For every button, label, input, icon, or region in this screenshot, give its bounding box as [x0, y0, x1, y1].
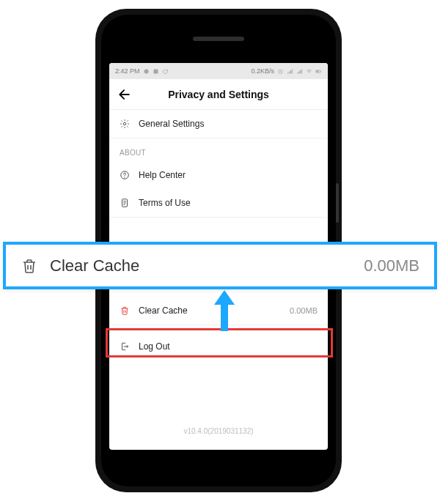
wifi-icon	[306, 68, 312, 75]
row-help-center[interactable]: Help Center	[109, 161, 328, 189]
page-header: Privacy and Settings	[109, 79, 328, 110]
svg-rect-4	[320, 70, 321, 71]
row-label: Terms of Use	[139, 198, 191, 208]
row-label: Clear Cache	[139, 305, 188, 316]
flex-spacer	[109, 360, 328, 415]
signal-icon	[287, 68, 293, 75]
row-log-out[interactable]: Log Out	[109, 333, 328, 360]
trash-icon	[21, 257, 38, 275]
alarm-icon	[277, 68, 284, 75]
phone-speaker	[193, 37, 244, 41]
document-icon	[120, 198, 130, 208]
callout-label: Clear Cache	[50, 256, 139, 275]
trash-icon	[120, 305, 130, 316]
phone-side-button	[336, 183, 339, 223]
section-label-about: ABOUT	[109, 138, 328, 161]
row-label: Log Out	[139, 341, 170, 352]
version-text: v10.4.0(2019031132)	[109, 415, 328, 450]
page-title: Privacy and Settings	[117, 89, 320, 100]
annotation-callout: Clear Cache 0.00MB	[3, 242, 437, 289]
svg-point-8	[124, 177, 125, 177]
refresh-icon	[162, 68, 169, 75]
row-terms-of-use[interactable]: Terms of Use	[109, 189, 328, 218]
status-icon	[143, 68, 150, 75]
row-label: General Settings	[139, 119, 204, 129]
svg-rect-5	[316, 70, 318, 72]
battery-icon	[315, 68, 322, 75]
status-net: 0.2KB/s	[251, 67, 274, 75]
svg-point-6	[123, 122, 126, 125]
gear-icon	[120, 119, 130, 129]
svg-rect-1	[153, 69, 158, 73]
row-label: Help Center	[139, 170, 186, 180]
status-icon	[153, 68, 159, 75]
row-general-settings[interactable]: General Settings	[109, 110, 328, 138]
row-value: 0.00MB	[290, 306, 318, 315]
callout-value: 0.00MB	[364, 256, 419, 275]
logout-icon	[120, 341, 130, 352]
help-icon	[120, 170, 130, 180]
status-bar: 2:42 PM 0.2KB/s	[109, 63, 328, 79]
svg-point-0	[144, 69, 148, 73]
signal-icon	[296, 68, 303, 75]
status-time: 2:42 PM	[115, 67, 140, 75]
gap	[109, 325, 328, 333]
row-clear-cache[interactable]: Clear Cache 0.00MB	[109, 297, 328, 325]
